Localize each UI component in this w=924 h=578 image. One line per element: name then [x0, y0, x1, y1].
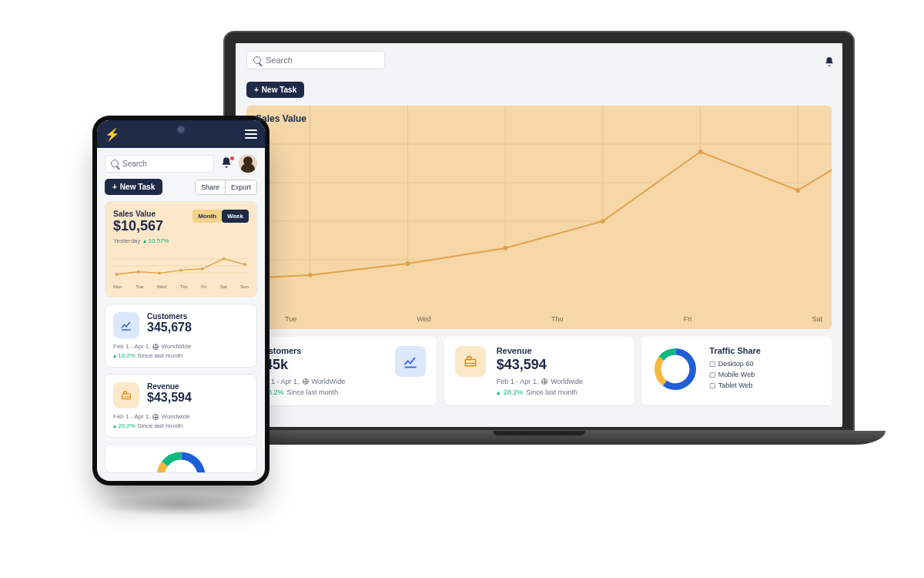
new-task-button[interactable]: + New Task [105, 179, 162, 195]
laptop-mockup: Search + New Task Sales Value [192, 31, 886, 462]
yesterday-label: Yesterday [113, 237, 140, 244]
xlabel: Fri [684, 315, 692, 323]
line-chart-svg [246, 106, 832, 329]
chart-icon [395, 346, 426, 377]
revenue-card: Revenue $43,594 Feb 1 - Apr 1, Worldwide… [444, 337, 634, 405]
traffic-item: Desktop 60 [709, 360, 821, 368]
revenue-label: Revenue [497, 346, 624, 355]
svg-point-25 [116, 273, 119, 276]
laptop-toolbar: + New Task [236, 77, 842, 106]
search-input[interactable]: Search [105, 155, 214, 173]
customers-label: Customers [257, 346, 384, 355]
revenue-range: Feb 1 - Apr 1, Worldwide [113, 413, 249, 420]
stat-cards-row: Customers 345k Feb 1 - Apr 1, WorldWide … [236, 337, 842, 415]
export-button[interactable]: Export [225, 180, 256, 194]
traffic-label: Traffic Share [709, 346, 821, 355]
mini-line-chart [113, 250, 249, 283]
share-export-group: Share Export [195, 180, 257, 195]
sales-value-title: Sales Value [113, 210, 163, 218]
bolt-icon: ⚡ [105, 127, 120, 142]
search-icon [111, 160, 119, 167]
laptop-screen: Search + New Task Sales Value [236, 43, 842, 427]
customers-range: Feb 1 - Apr 1, WorldWide [113, 343, 249, 350]
customers-delta: 18.2% Since last month [113, 352, 249, 359]
revenue-delta: 28.2% Since last month [113, 422, 249, 429]
traffic-item: Mobile Web [709, 371, 821, 378]
xlabel: Tue [285, 315, 296, 323]
revenue-range: Feb 1 - Apr 1, Worldwide [497, 378, 624, 385]
search-icon [253, 56, 261, 64]
globe-icon [152, 344, 159, 350]
plus-icon: + [112, 183, 117, 191]
revenue-value: $43,594 [147, 391, 192, 405]
toggle-month[interactable]: Month [192, 210, 222, 223]
revenue-label: Revenue [147, 382, 192, 391]
customers-label: Customers [147, 312, 192, 321]
chart-icon [113, 312, 139, 338]
svg-point-12 [406, 261, 410, 266]
svg-point-28 [179, 269, 182, 272]
toggle-week[interactable]: Week [222, 210, 249, 223]
svg-rect-17 [465, 360, 475, 366]
phone-navbar: ⚡ [97, 120, 265, 148]
svg-point-13 [503, 246, 507, 250]
search-placeholder: Search [122, 160, 147, 168]
bell-icon[interactable] [220, 156, 233, 171]
sales-value-title: Sales Value [246, 106, 316, 132]
traffic-item: Tablet Web [709, 381, 821, 389]
svg-point-16 [795, 188, 800, 193]
svg-point-29 [201, 267, 204, 271]
sales-value-chart: Sales Value [246, 106, 832, 329]
new-task-label: New Task [262, 86, 296, 94]
svg-point-11 [308, 273, 313, 277]
phone-content: Sales Value $10,567 Month Week Yesterday… [97, 201, 265, 481]
revenue-delta: 28.2% Since last month [497, 388, 624, 396]
bell-icon[interactable] [824, 56, 832, 64]
sales-value-amount: $10,567 [113, 218, 163, 234]
phone-toolbar: + New Task Share Export [97, 179, 265, 201]
new-task-button[interactable]: + New Task [246, 82, 304, 98]
search-input[interactable]: Search [246, 51, 385, 69]
phone-header-row: Search [97, 148, 265, 179]
laptop-base [192, 431, 886, 445]
phone-shadow [100, 493, 262, 516]
globe-icon [152, 414, 159, 420]
avatar[interactable] [239, 154, 257, 173]
laptop-header: Search [236, 43, 842, 77]
svg-point-27 [158, 271, 161, 274]
laptop-bezel: Search + New Task Sales Value [223, 31, 855, 432]
revenue-card: Revenue $43,594 Feb 1 - Apr 1, Worldwide… [105, 374, 257, 438]
period-toggle: Month Week [192, 210, 249, 223]
globe-icon [303, 378, 309, 385]
yesterday-row: Yesterday 10.57% [113, 237, 249, 244]
traffic-list: Desktop 60 Mobile Web Tablet Web [709, 360, 821, 389]
customers-range: Feb 1 - Apr 1, WorldWide [257, 378, 384, 385]
customers-value: 345,678 [147, 321, 192, 334]
search-placeholder: Search [266, 55, 293, 65]
yesterday-pct: 10.57% [143, 237, 169, 244]
svg-rect-32 [122, 394, 131, 399]
donut-chart [652, 346, 698, 392]
traffic-share-card: Traffic Share Desktop 60 Mobile Web Tabl… [641, 337, 832, 405]
svg-point-26 [137, 271, 140, 274]
new-task-label: New Task [120, 183, 155, 191]
phone-mockup: ⚡ Search + New Task Share Export [92, 116, 270, 486]
plus-icon: + [254, 86, 259, 94]
customers-delta: 18.2% Since last month [257, 388, 384, 396]
globe-icon [541, 378, 547, 385]
donut-card [105, 444, 257, 473]
customers-value: 345k [257, 357, 384, 373]
customers-card: Customers 345k Feb 1 - Apr 1, WorldWide … [246, 337, 437, 405]
cash-register-icon [113, 382, 139, 408]
xlabel: Thu [551, 315, 564, 323]
svg-point-31 [244, 263, 247, 266]
chart-x-labels: Tue Wed Thu Fri Sat [285, 315, 822, 323]
svg-point-15 [698, 150, 703, 154]
customers-card: Customers 345,678 Feb 1 - Apr 1, WorldWi… [105, 304, 257, 368]
cash-register-icon [455, 346, 486, 377]
svg-point-14 [601, 219, 605, 223]
xlabel: Wed [417, 315, 430, 323]
svg-point-30 [223, 257, 226, 260]
phone-screen: ⚡ Search + New Task Share Export [97, 120, 265, 481]
share-button[interactable]: Share [196, 180, 225, 194]
